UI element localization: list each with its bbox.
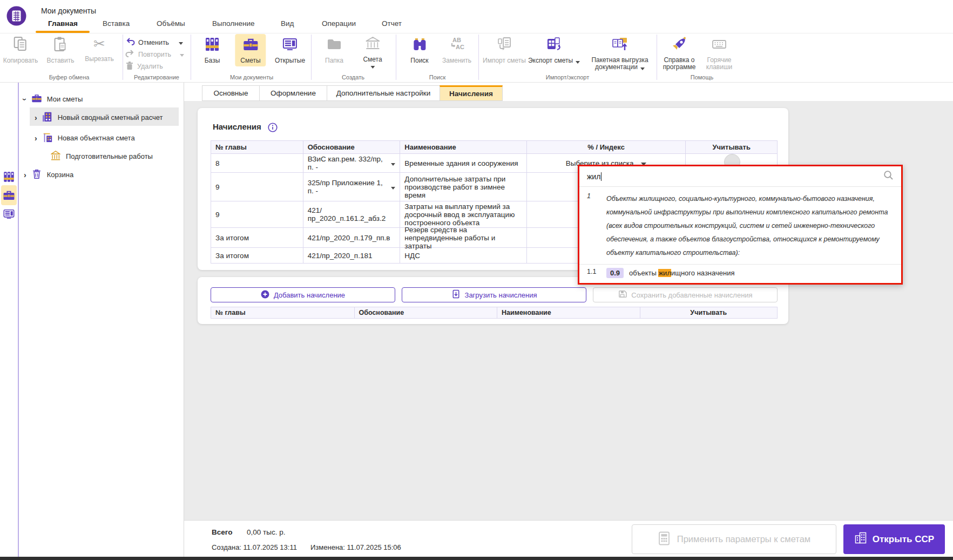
total-label: Всего (212, 528, 232, 536)
menu-tab-operacii[interactable]: Операции (322, 19, 356, 28)
chevron-right-icon[interactable]: › (24, 171, 26, 179)
estimates-button[interactable]: Сметы (235, 34, 266, 66)
import-estimate-button[interactable]: Импорт сметы (483, 36, 526, 64)
opened-button[interactable]: Открытые (275, 36, 305, 64)
add-accruals-header-row: № главы Обоснование Наименование Учитыва… (211, 307, 778, 319)
tab-nachisleniya[interactable]: Начисления (440, 85, 503, 101)
apply-parameters-button[interactable]: Применить параметры к сметам (632, 524, 836, 554)
chevron-down-icon[interactable]: › (21, 98, 29, 100)
cell-chapter: 8 (211, 154, 303, 172)
tree-item-my-estimates[interactable]: › Мои сметы (24, 93, 83, 105)
left-icon-rail (0, 83, 19, 557)
cell-basis-dropdown[interactable]: 325/пр Приложение 1, п. - (303, 173, 400, 201)
rail-bases-icon[interactable] (3, 171, 15, 185)
tab-osnovnye[interactable]: Основные (202, 85, 260, 101)
cell-chapter: 9 (211, 201, 303, 227)
window-title: Мои документы (41, 6, 96, 15)
created-timestamp: Создана: 11.07.2025 13:11 (212, 543, 297, 551)
rail-opened-icon[interactable] (3, 208, 15, 222)
chevron-down-icon (391, 187, 395, 190)
chevron-right-icon[interactable]: › (35, 113, 37, 122)
svg-text:AB: AB (452, 37, 461, 43)
tab-dop-nastroyki[interactable]: Дополнительные настройки (327, 85, 440, 101)
menu-tab-obyomy[interactable]: Объёмы (157, 19, 185, 28)
cell-name: Затраты на выплату премий за досрочный в… (400, 201, 526, 227)
tree-item-summary-calc[interactable]: › Новый сводный сметный расчет (35, 111, 163, 124)
building-outline-icon (363, 36, 382, 53)
new-folder-button[interactable]: Папка (325, 36, 343, 64)
dropdown-search-field[interactable]: жил (579, 166, 901, 187)
ribbon-divider (0, 82, 953, 83)
paste-button[interactable]: Вставить (47, 36, 75, 64)
load-accruals-button[interactable]: Загрузить начисления (402, 287, 586, 302)
menu-tab-vstavka[interactable]: Вставка (103, 19, 130, 28)
item-value-badge: 0.9 (606, 268, 624, 278)
modified-timestamp: Изменена: 11.07.2025 15:06 (310, 543, 401, 551)
cell-basis-dropdown[interactable]: ВЗиС кап.рем. 332/пр, п. - (303, 154, 400, 172)
import-icon (483, 36, 526, 55)
new-estimate-button[interactable]: Смета (363, 36, 382, 71)
item-number: 1.1 (587, 268, 606, 275)
accrual-actions: Добавить начисление Загрузить начисления… (211, 287, 778, 302)
menu-tab-vypolnenie[interactable]: Выполнение (212, 19, 255, 28)
cell-name: Дополнительные затраты при производстве … (400, 173, 526, 201)
add-accrual-button[interactable]: Добавить начисление (211, 287, 395, 302)
menu-tab-vid[interactable]: Вид (281, 19, 294, 28)
hotkeys-button[interactable]: Горячие клавиши (700, 36, 738, 71)
opened-docs-icon (275, 36, 305, 55)
tree-item-recycle-bin[interactable]: › Корзина (24, 168, 73, 181)
menu-tab-glavnaya[interactable]: Главная (48, 19, 78, 28)
plus-circle-icon (261, 290, 269, 300)
col-header-name: Наименование (400, 141, 526, 153)
crane-building-icon (42, 132, 53, 144)
menu-tab-otchet[interactable]: Отчет (382, 19, 402, 28)
delete-button[interactable]: Удалить (125, 61, 163, 72)
info-icon[interactable] (268, 123, 278, 134)
help-about-button[interactable]: Справка о программе (656, 36, 702, 71)
col-header-basis: Обоснование (354, 307, 497, 318)
tree-item-prep-works[interactable]: Подготовительные работы (50, 150, 153, 163)
cell-chapter: За итогом (211, 248, 303, 263)
folder-icon (325, 36, 343, 55)
svg-text:AC: AC (456, 44, 464, 50)
undo-button[interactable]: Отменить (125, 37, 183, 48)
window-bottom-edge (0, 557, 953, 560)
tab-oformlenie[interactable]: Оформление (259, 85, 327, 101)
redo-button[interactable]: Повторить (125, 49, 184, 59)
group-label-help: Помощь (691, 74, 714, 80)
save-icon (618, 289, 627, 300)
cell-name: НДС (400, 248, 526, 263)
group-label-mydocs: Мои документы (230, 74, 273, 80)
copy-button[interactable]: Копировать (3, 36, 38, 64)
replace-button[interactable]: ABAC Заменить (442, 36, 471, 64)
save-accruals-button[interactable]: Сохранить добавленные начисления (593, 287, 778, 302)
cell-chapter: 9 (211, 173, 303, 201)
house-icon (50, 150, 61, 163)
ribbon-separator (311, 35, 312, 80)
group-text: Объекты жилищного, социально-культурного… (606, 192, 894, 260)
undo-icon (125, 37, 135, 48)
ribbon-separator (396, 35, 396, 80)
cell-basis: 421/пр_2020_п.179_пп.в (303, 228, 400, 247)
bases-button[interactable]: Базы (204, 36, 220, 64)
cut-button[interactable]: ✂ Вырезать (85, 36, 113, 63)
app-window: Мои документы Главная Вставка Объёмы Вып… (0, 0, 953, 560)
batch-export-button[interactable]: Пакетная выгрузка документации (584, 36, 655, 71)
index-dropdown-panel: жил 1 Объекты жилищного, социально-культ… (578, 165, 903, 285)
total-value: 0,00 тыс. р. (247, 528, 285, 536)
section-title: Начисления (213, 122, 261, 131)
tree-item-object-estimate[interactable]: › Новая объектная смета (35, 132, 135, 144)
chevron-right-icon[interactable]: › (35, 134, 37, 143)
open-ssr-button[interactable]: Открыть ССР (843, 524, 945, 554)
dropdown-group-item[interactable]: 1 Объекты жилищного, социально-культурно… (579, 187, 901, 265)
chevron-down-icon (179, 42, 183, 45)
export-estimate-button[interactable]: Экспорт сметы (528, 36, 580, 64)
replace-icon: ABAC (442, 36, 471, 55)
briefcase-icon (31, 93, 42, 105)
search-button[interactable]: Поиск (410, 36, 428, 64)
property-tabs: Основные Оформление Дополнительные настр… (202, 85, 503, 101)
col-header-name: Наименование (497, 307, 640, 318)
rail-estimates-icon[interactable] (3, 189, 15, 204)
dropdown-list-item[interactable]: 1.1 0.9 объекты жилищного назначения (579, 265, 901, 283)
group-number: 1 (587, 192, 606, 260)
